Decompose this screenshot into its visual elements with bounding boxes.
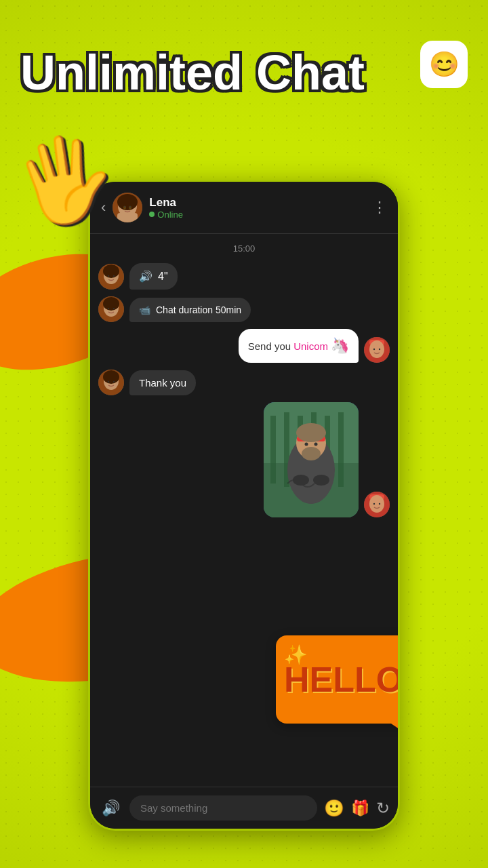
voice-message-bubble[interactable]: 🔊 4" [129,263,178,290]
message-row-unicom: Send you Unicom 🦄 [98,329,390,363]
voice-duration: 4" [158,271,168,283]
svg-point-17 [113,308,115,309]
video-message-bubble[interactable]: 📹 Chat duration 50min [129,298,251,322]
gift-button[interactable]: 🎁 [351,800,369,817]
svg-point-31 [373,503,375,505]
chat-header: ‹ Lena Online ⋮ [90,182,398,234]
svg-point-21 [373,349,375,350]
svg-rect-40 [338,412,344,487]
svg-point-16 [108,308,109,309]
voice-wave-icon: 🔊 [139,270,152,283]
time-label: 15:00 [98,243,390,254]
svg-point-6 [129,206,131,208]
message-row-voice: 🔊 4" [98,263,390,290]
svg-point-49 [313,475,329,486]
svg-point-10 [103,264,119,278]
app-icon: 😊 [420,41,468,88]
contact-status: Online [149,210,372,220]
received-avatar-1 [98,264,124,290]
received-avatar-2 [98,296,124,322]
message-row-thankyou: Thank you [98,370,390,395]
sent-avatar-1 [364,337,390,363]
unicom-message-bubble[interactable]: Send you Unicom 🦄 [239,329,359,363]
svg-point-46 [305,443,308,446]
message-row-photo [98,402,390,517]
svg-point-32 [379,503,380,505]
svg-point-15 [103,297,119,311]
video-duration: Chat duration 50min [156,304,241,315]
unicom-emoji: 🦄 [331,337,349,355]
svg-point-30 [369,495,384,513]
svg-point-45 [302,447,321,460]
unicom-highlight-text: Unicom [293,340,328,352]
online-indicator [149,212,155,217]
received-avatar-3 [98,370,124,395]
emoji-button[interactable]: 🙂 [324,799,344,818]
burst-icon: ✨ [284,644,308,666]
sent-photo-bubble[interactable] [264,402,359,517]
message-input[interactable] [129,795,317,821]
thankyou-bubble: Thank you [129,370,196,395]
svg-point-20 [369,340,384,358]
sent-avatar-2 [364,492,390,517]
svg-point-48 [293,475,309,486]
hello-sticker: ✨ HELLO [276,635,400,724]
svg-point-44 [296,423,326,442]
svg-rect-35 [270,416,276,484]
hand-icon: 🖐️ [6,124,123,236]
svg-point-27 [113,381,115,382]
svg-point-47 [314,443,318,446]
svg-point-5 [124,206,125,208]
contact-name: Lena [149,196,372,210]
phone-frame: ‹ Lena Online ⋮ 15:00 [88,180,400,831]
thankyou-text: Thank you [139,377,186,389]
svg-point-11 [108,275,109,277]
svg-point-25 [103,370,119,384]
menu-button[interactable]: ⋮ [372,199,387,216]
contact-info: Lena Online [149,196,372,220]
microphone-icon: 🔊 [102,800,120,817]
more-button[interactable]: ↻ [376,799,390,818]
app-icon-emoji: 😊 [429,50,460,79]
chat-input-bar: 🔊 🙂 🎁 ↻ [90,787,398,829]
svg-point-22 [379,349,380,350]
svg-point-26 [108,381,109,382]
video-camera-icon: 📹 [139,304,150,315]
voice-input-button[interactable]: 🔊 [98,796,123,821]
unicom-prefix-text: Send you [248,340,291,352]
message-row-video: 📹 Chat duration 50min [98,296,390,322]
svg-point-12 [113,275,115,277]
page-title: Unlimited Chat [20,47,365,99]
